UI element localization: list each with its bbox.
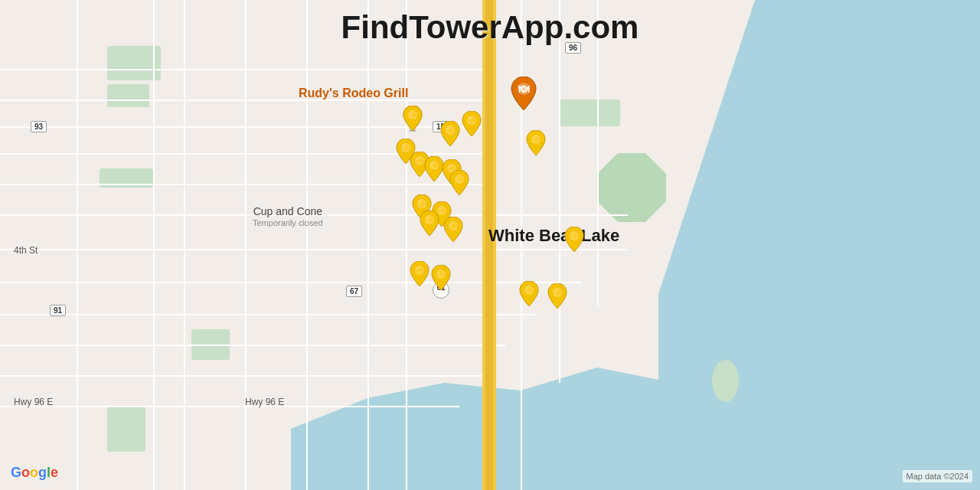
road-v-1 xyxy=(77,0,78,490)
tower-pin-1[interactable]: 📡 xyxy=(402,106,423,132)
shield-91: 91 xyxy=(50,305,66,316)
road-v-2 xyxy=(153,0,155,490)
road-v-10 xyxy=(597,0,599,306)
street-label-4th: 4th St xyxy=(14,245,38,256)
road-h-1 xyxy=(0,69,482,70)
map-container: 93 91 67 151 96 61 FindTowerApp.com Rudy… xyxy=(0,0,980,490)
google-e: e xyxy=(51,465,58,480)
google-o1: o xyxy=(21,465,30,480)
park-area-7 xyxy=(712,360,739,402)
google-g2: g xyxy=(38,465,47,480)
google-g1: G xyxy=(11,465,21,480)
road-hwy96 xyxy=(0,406,459,407)
road-v-9 xyxy=(559,0,560,383)
google-logo: Google xyxy=(11,465,58,481)
map-data-notice: Map data ©2024 xyxy=(903,470,973,482)
road-h-4th xyxy=(0,249,628,250)
park-area-2 xyxy=(107,84,149,107)
shield-93: 93 xyxy=(31,121,47,132)
road-h-8 xyxy=(0,314,536,315)
park-area-6 xyxy=(107,406,145,452)
park-area-8 xyxy=(597,153,666,222)
shield-151: 151 xyxy=(433,121,453,132)
business-name: Cup and Cone xyxy=(253,205,323,217)
road-v-3 xyxy=(184,0,185,490)
shield-61: 61 xyxy=(433,282,449,299)
business-label: Cup and Cone Temporarily closed xyxy=(253,205,323,227)
road-h-2 xyxy=(0,100,482,101)
business-status: Temporarily closed xyxy=(253,218,323,227)
hwy-label-mid: Hwy 96 E xyxy=(245,397,284,407)
svg-text:📡: 📡 xyxy=(407,109,418,120)
road-v-4 xyxy=(245,0,247,490)
google-o2: o xyxy=(30,465,38,480)
site-title: FindTowerApp.com xyxy=(341,9,639,46)
park-area-3 xyxy=(559,100,620,126)
hwy-label-left: Hwy 96 E xyxy=(14,397,53,407)
city-label: White Bear Lake xyxy=(488,226,619,246)
road-v-6 xyxy=(368,0,369,490)
restaurant-label: Rudy's Rodeo Grill xyxy=(299,87,408,100)
road-v-7 xyxy=(406,0,407,490)
road-v-5 xyxy=(306,0,308,490)
road-h-9 xyxy=(0,345,505,346)
shield-67: 67 xyxy=(346,286,362,297)
